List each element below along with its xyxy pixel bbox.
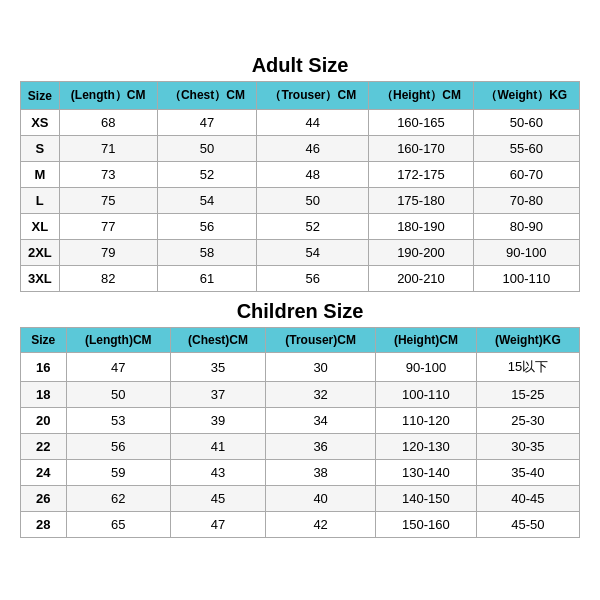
table-cell: 56 (157, 214, 257, 240)
table-cell: 70-80 (473, 188, 579, 214)
children-header-cell: (Chest)CM (170, 328, 265, 353)
table-cell: 56 (66, 434, 170, 460)
table-row: 2XL795854190-20090-100 (21, 240, 580, 266)
children-header-cell: (Weight)KG (476, 328, 579, 353)
table-cell: 34 (266, 408, 376, 434)
table-cell: 47 (157, 110, 257, 136)
table-cell: 90-100 (473, 240, 579, 266)
children-header-cell: (Height)CM (376, 328, 477, 353)
table-cell: 52 (157, 162, 257, 188)
adult-header-cell: （Trouser）CM (257, 82, 369, 110)
table-row: 3XL826156200-210100-110 (21, 266, 580, 292)
table-cell: 18 (21, 382, 67, 408)
table-cell: 39 (170, 408, 265, 434)
table-cell: 26 (21, 486, 67, 512)
table-cell: 50 (66, 382, 170, 408)
adult-title: Adult Size (20, 54, 580, 77)
table-row: XL775652180-19080-90 (21, 214, 580, 240)
table-cell: 190-200 (369, 240, 473, 266)
table-cell: 47 (66, 353, 170, 382)
table-cell: 40-45 (476, 486, 579, 512)
table-cell: 75 (59, 188, 157, 214)
table-cell: 130-140 (376, 460, 477, 486)
table-cell: L (21, 188, 60, 214)
size-chart: Adult Size Size(Length）CM（Chest）CM（Trous… (10, 44, 590, 556)
table-row: 26624540140-15040-45 (21, 486, 580, 512)
children-header-row: Size(Length)CM(Chest)CM(Trouser)CM(Heigh… (21, 328, 580, 353)
table-row: S715046160-17055-60 (21, 136, 580, 162)
table-cell: 41 (170, 434, 265, 460)
table-cell: 200-210 (369, 266, 473, 292)
table-cell: 3XL (21, 266, 60, 292)
table-cell: 175-180 (369, 188, 473, 214)
table-cell: 172-175 (369, 162, 473, 188)
table-cell: S (21, 136, 60, 162)
table-cell: 55-60 (473, 136, 579, 162)
table-cell: 80-90 (473, 214, 579, 240)
children-header-cell: (Length)CM (66, 328, 170, 353)
table-row: M735248172-17560-70 (21, 162, 580, 188)
table-cell: 54 (157, 188, 257, 214)
table-cell: 25-30 (476, 408, 579, 434)
table-cell: 47 (170, 512, 265, 538)
table-cell: M (21, 162, 60, 188)
table-cell: 28 (21, 512, 67, 538)
table-cell: 36 (266, 434, 376, 460)
table-row: 28654742150-16045-50 (21, 512, 580, 538)
adult-header-cell: （Height）CM (369, 82, 473, 110)
table-cell: 160-170 (369, 136, 473, 162)
table-cell: 120-130 (376, 434, 477, 460)
table-cell: 58 (157, 240, 257, 266)
table-cell: 44 (257, 110, 369, 136)
table-cell: 48 (257, 162, 369, 188)
table-cell: 61 (157, 266, 257, 292)
table-cell: 53 (66, 408, 170, 434)
adult-header-cell: Size (21, 82, 60, 110)
children-header-cell: Size (21, 328, 67, 353)
table-cell: 16 (21, 353, 67, 382)
adult-header-cell: （Chest）CM (157, 82, 257, 110)
table-cell: 50 (157, 136, 257, 162)
table-cell: 30 (266, 353, 376, 382)
table-cell: 45-50 (476, 512, 579, 538)
table-cell: 37 (170, 382, 265, 408)
adult-section: Adult Size Size(Length）CM（Chest）CM（Trous… (20, 54, 580, 292)
table-cell: 140-150 (376, 486, 477, 512)
table-cell: 180-190 (369, 214, 473, 240)
table-cell: 22 (21, 434, 67, 460)
table-cell: 30-35 (476, 434, 579, 460)
children-section: Children Size Size(Length)CM(Chest)CM(Tr… (20, 300, 580, 538)
table-cell: 79 (59, 240, 157, 266)
table-cell: 68 (59, 110, 157, 136)
table-cell: 73 (59, 162, 157, 188)
table-cell: XL (21, 214, 60, 240)
table-cell: 50 (257, 188, 369, 214)
table-cell: 15-25 (476, 382, 579, 408)
table-cell: 71 (59, 136, 157, 162)
table-cell: 50-60 (473, 110, 579, 136)
table-cell: 90-100 (376, 353, 477, 382)
table-row: L755450175-18070-80 (21, 188, 580, 214)
table-cell: 52 (257, 214, 369, 240)
table-cell: 110-120 (376, 408, 477, 434)
table-row: 20533934110-12025-30 (21, 408, 580, 434)
table-row: 18503732100-11015-25 (21, 382, 580, 408)
table-cell: 20 (21, 408, 67, 434)
table-cell: 42 (266, 512, 376, 538)
table-cell: 65 (66, 512, 170, 538)
table-cell: 35 (170, 353, 265, 382)
table-row: 1647353090-10015以下 (21, 353, 580, 382)
table-cell: 38 (266, 460, 376, 486)
table-cell: 100-110 (473, 266, 579, 292)
table-row: 22564136120-13030-35 (21, 434, 580, 460)
table-row: 24594338130-14035-40 (21, 460, 580, 486)
table-row: XS684744160-16550-60 (21, 110, 580, 136)
table-cell: 32 (266, 382, 376, 408)
children-table: Size(Length)CM(Chest)CM(Trouser)CM(Heigh… (20, 327, 580, 538)
children-header-cell: (Trouser)CM (266, 328, 376, 353)
table-cell: 150-160 (376, 512, 477, 538)
table-cell: 82 (59, 266, 157, 292)
table-cell: 60-70 (473, 162, 579, 188)
table-cell: 100-110 (376, 382, 477, 408)
table-cell: 54 (257, 240, 369, 266)
